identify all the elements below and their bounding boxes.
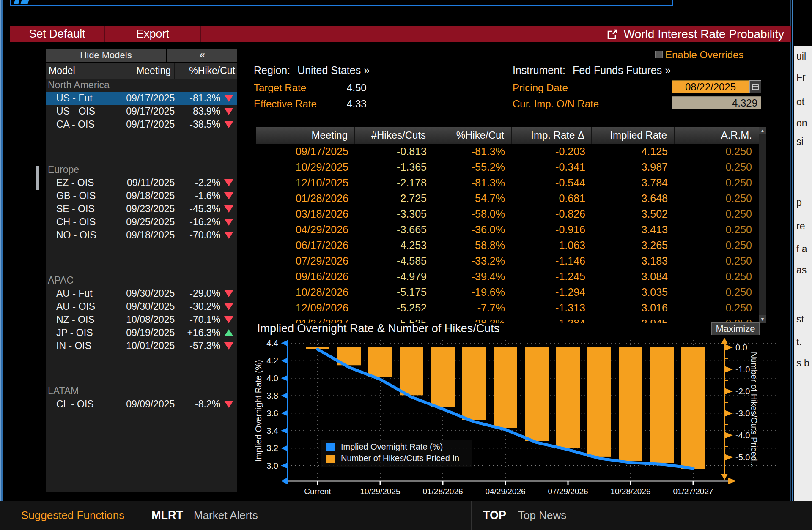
left-tick-label: 3.8 <box>266 391 278 400</box>
hide-models-button[interactable]: Hide Models <box>46 49 166 62</box>
model-row[interactable]: AU - OIS09/30/2025-30.2% <box>46 300 237 313</box>
cur-imp-rate-input[interactable]: 4.329 <box>672 96 761 109</box>
table-row[interactable]: 06/17/2026-4.253-58.8%-1.0633.2650.250 <box>256 238 759 253</box>
region-label: Region: <box>254 64 290 76</box>
table-cell: 4.125 <box>592 145 675 158</box>
top-news-code[interactable]: TOP <box>483 501 506 530</box>
table-cell: -1.245 <box>512 270 592 283</box>
table-row[interactable]: 09/17/2025-0.813-81.3%-0.2034.1250.250 <box>256 144 759 159</box>
model-hike-cut-value: -57.3% <box>175 340 220 352</box>
table-cell: 0.250 <box>675 255 759 267</box>
model-row[interactable]: NZ - OIS10/08/2025-70.1% <box>46 313 237 326</box>
background-text-fragment: as <box>796 265 807 276</box>
mlrt-code[interactable]: MLRT <box>151 501 183 530</box>
instrument-line[interactable]: Instrument: Fed Funds Futures » <box>513 64 671 76</box>
collapse-sidebar-button[interactable]: « <box>167 49 237 62</box>
calendar-button[interactable] <box>749 80 761 93</box>
table-row[interactable]: 12/09/2026-5.252-7.7%-1.3133.0160.250 <box>256 300 759 316</box>
model-row[interactable]: EZ - OIS09/11/2025-2.2% <box>46 176 237 189</box>
model-row[interactable]: CH - OIS09/25/2025-16.2% <box>46 216 237 229</box>
model-row[interactable]: CL - OIS09/09/2025-8.2% <box>46 398 237 411</box>
table-cell: 3.648 <box>592 192 675 205</box>
suggested-functions-button[interactable]: Suggested Functions <box>21 501 124 530</box>
table-cell: -58.0% <box>433 208 512 220</box>
model-meeting-date: 10/01/2025 <box>107 340 175 352</box>
table-cell: 09/16/2026 <box>256 270 355 283</box>
table-column-header[interactable]: Implied Rate <box>592 127 675 144</box>
table-cell: 3.035 <box>592 286 675 298</box>
model-meeting-date: 09/18/2025 <box>107 229 175 241</box>
hikes-cuts-bar <box>462 347 486 420</box>
model-row[interactable]: NO - OIS09/18/2025-70.0% <box>46 229 237 242</box>
pricing-date-input[interactable]: 08/22/2025 <box>672 80 749 93</box>
hikes-cuts-bar <box>556 347 580 448</box>
hikes-cuts-bar <box>494 347 517 428</box>
bloomberg-logo-fragment <box>21 0 29 4</box>
x-axis-right-arrow <box>728 478 736 484</box>
table-row[interactable]: 01/28/2026-2.725-54.7%-0.6813.6480.250 <box>256 191 759 206</box>
table-row[interactable]: 07/29/2026-4.585-33.2%-1.1463.1830.250 <box>256 253 759 269</box>
model-row[interactable]: JP - OIS09/19/2025+16.3% <box>46 326 237 339</box>
model-row[interactable]: US - OIS09/17/2025-83.9% <box>46 105 237 118</box>
table-column-header[interactable]: %Hike/Cut <box>433 127 512 144</box>
left-tick-arrow <box>281 358 288 363</box>
table-row[interactable]: 10/28/2026-5.175-19.6%-1.2943.0350.250 <box>256 284 759 300</box>
right-axis-top-arrow <box>721 338 728 344</box>
model-row[interactable]: US - Fut09/17/2025-81.3% <box>46 92 237 105</box>
window-border-left-inner <box>1 0 3 530</box>
model-hike-cut-value: -8.2% <box>175 399 220 410</box>
background-text-fragment: s b <box>796 358 809 369</box>
sidebar-column-hikecut[interactable]: %Hike/Cut <box>175 63 237 79</box>
model-hike-cut-value: -1.6% <box>175 190 220 202</box>
model-row[interactable]: AU - Fut09/30/2025-29.0% <box>46 287 237 300</box>
model-name: JP - OIS <box>46 327 107 339</box>
model-hike-cut-value: +16.3% <box>175 327 220 339</box>
region-line[interactable]: Region: United States » <box>254 64 370 76</box>
top-news-label[interactable]: Top News <box>518 501 566 530</box>
table-column-header[interactable]: Imp. Rate Δ <box>512 127 592 144</box>
model-name: EZ - OIS <box>46 177 107 189</box>
table-cell: 0.250 <box>675 270 759 283</box>
sidebar-column-meeting[interactable]: Meeting <box>107 63 175 79</box>
hikes-cuts-bar <box>525 347 549 441</box>
table-scrollbar[interactable]: ▲ ▼ <box>759 127 766 323</box>
table-row[interactable]: 04/29/2026-3.665-36.0%-0.9163.4130.250 <box>256 222 759 238</box>
model-row[interactable]: CA - OIS09/17/2025-38.5% <box>46 118 237 131</box>
table-row[interactable]: 12/10/2025-2.178-81.3%-0.5443.7840.250 <box>256 175 759 191</box>
scroll-up-icon[interactable]: ▲ <box>759 127 766 134</box>
model-row[interactable]: IN - OIS10/01/2025-57.3% <box>46 339 237 352</box>
right-axis-title: Number of Hikes/Cuts Priced... <box>749 352 759 468</box>
hikes-cuts-bar <box>650 347 674 463</box>
rates-chart: 4.44.24.03.83.63.43.23.0Implied Overnigh… <box>254 321 804 501</box>
table-cell: 0.250 <box>675 145 759 158</box>
table-row[interactable]: 10/29/2025-1.365-55.2%-0.3413.9870.250 <box>256 159 759 175</box>
left-tick-arrow <box>281 445 288 451</box>
table-column-header[interactable]: #Hikes/Cuts <box>355 127 433 144</box>
model-row[interactable]: GB - OIS09/18/2025-1.6% <box>46 189 237 202</box>
export-button[interactable]: Export <box>105 26 200 42</box>
table-cell: 0.250 <box>675 302 759 314</box>
left-tick-arrow <box>281 393 288 399</box>
hikes-cuts-bar <box>619 347 642 461</box>
model-name: NO - OIS <box>46 229 107 241</box>
table-row[interactable]: 09/16/2026-4.979-39.4%-1.2453.0840.250 <box>256 269 759 284</box>
enable-overrides-checkbox[interactable] <box>655 51 663 58</box>
x-axis-left-arrow <box>281 478 288 484</box>
table-cell: -19.6% <box>433 286 512 298</box>
sidebar-column-model[interactable]: Model <box>46 63 107 79</box>
table-cell: -1.313 <box>512 302 592 314</box>
table-row[interactable]: 03/18/2026-3.305-58.0%-0.8263.5020.250 <box>256 206 759 222</box>
table-column-header[interactable]: A.R.M. <box>675 127 759 144</box>
table-cell: -0.341 <box>512 161 592 173</box>
down-triangle-icon <box>220 342 237 350</box>
table-cell: -0.916 <box>512 224 592 236</box>
model-row[interactable]: SE - OIS09/23/2025-45.3% <box>46 202 237 216</box>
model-name: IN - OIS <box>46 340 107 352</box>
table-cell: 3.784 <box>592 177 675 189</box>
table-column-header[interactable]: Meeting <box>256 127 355 144</box>
bottom-bar-divider <box>140 501 140 530</box>
popout-icon[interactable] <box>607 29 618 40</box>
mlrt-label[interactable]: Market Alerts <box>194 501 258 530</box>
table-cell: 0.250 <box>675 208 759 220</box>
set-default-button[interactable]: Set Default <box>10 26 104 42</box>
